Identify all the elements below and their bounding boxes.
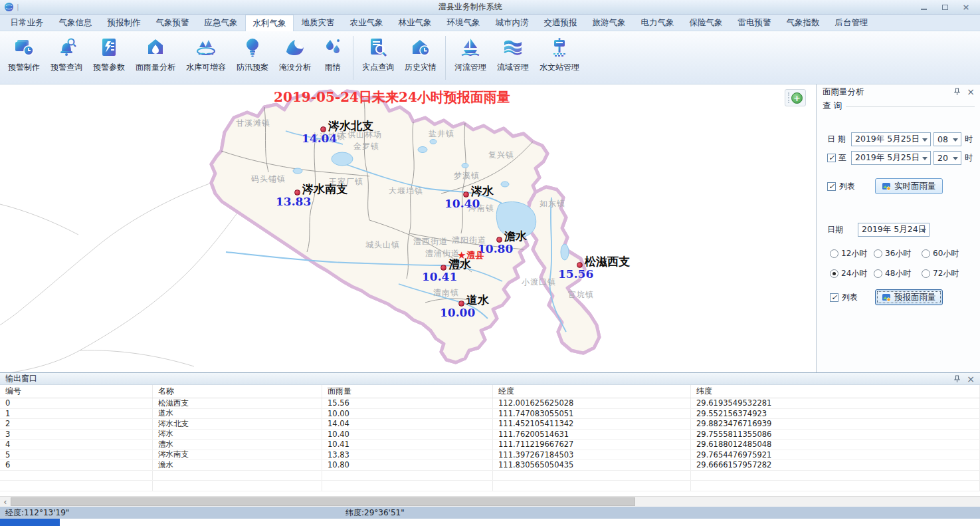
toolbar-button-label: 河流管理 [454, 62, 486, 73]
title-bar: | 澧县业务制作系统 × [0, 0, 980, 15]
table-cell: 澹水 [153, 460, 322, 470]
table-row[interactable]: 6澹水10.80111.83056505043529.6666157957282 [0, 460, 980, 471]
toolbar-button-水库可增容[interactable]: 水库可增容 [181, 35, 231, 73]
minimize-button[interactable] [919, 3, 928, 11]
table-row[interactable]: 3涔水10.40111.7620051463129.7555811355086 [0, 430, 980, 440]
add-overlay-button[interactable]: + [791, 92, 803, 104]
menu-tab-交通预报[interactable]: 交通预报 [536, 15, 585, 31]
county-map[interactable] [0, 84, 816, 372]
panel-close-icon[interactable]: × [967, 86, 975, 97]
output-table: 编号名称面雨量经度纬度0松滋西支15.56112.00162562502829.… [0, 385, 980, 496]
toolbar-button-防汛预案[interactable]: 防汛预案 [231, 35, 274, 73]
forecast-rain-button[interactable]: 预报面雨量 [875, 289, 943, 305]
toolbar-button-历史灾情[interactable]: 历史灾情 [399, 35, 442, 73]
menu-tab-气象信息[interactable]: 气象信息 [51, 15, 100, 31]
menu-tab-电力气象[interactable]: 电力气象 [633, 15, 682, 31]
menu-tab-水利气象[interactable]: 水利气象 [245, 15, 294, 31]
town-label-如东镇: 如东镇 [539, 198, 565, 209]
table-header-row: 编号名称面雨量经度纬度 [0, 385, 980, 398]
toolbar-button-label: 历史灾情 [405, 62, 437, 73]
toolbar-button-预警查询[interactable]: 预警查询 [45, 35, 88, 73]
table-cell [691, 471, 980, 481]
town-label-盐井镇: 盐井镇 [429, 128, 454, 140]
radio-36h[interactable]: 36小时 [874, 248, 922, 259]
map-report-icon [882, 182, 891, 191]
table-cell: 澧水 [153, 440, 322, 450]
toolbar-button-预警制作[interactable]: 预警制作 [3, 35, 45, 73]
reservoir-icon [195, 36, 217, 59]
table-row[interactable]: 4澧水10.41111.71121966762729.6188012485048 [0, 440, 980, 450]
menu-tab-应急气象[interactable]: 应急气象 [197, 15, 245, 31]
maximize-button[interactable] [940, 3, 949, 11]
town-label-金罗镇: 金罗镇 [353, 141, 379, 152]
forecast-date-select[interactable]: 2019年 5月24日 [858, 223, 930, 237]
to-label: 至 [838, 152, 846, 164]
realtime-list-checkbox[interactable]: ✓ [827, 182, 836, 191]
menu-tab-保险气象[interactable]: 保险气象 [682, 15, 730, 31]
table-cell: 29.6666157957282 [691, 460, 980, 470]
menu-tab-城市内涝[interactable]: 城市内涝 [488, 15, 536, 31]
map-report-icon [882, 293, 891, 302]
menu-tab-林业气象[interactable]: 林业气象 [391, 15, 439, 31]
radio-72h[interactable]: 72小时 [922, 268, 959, 279]
radio-12h[interactable]: 12小时 [830, 248, 874, 259]
table-cell [322, 471, 493, 481]
menu-tab-地质灾害[interactable]: 地质灾害 [294, 15, 342, 31]
pin-icon[interactable] [954, 88, 960, 96]
status-latitude: 纬度:29°36'51" [345, 507, 405, 519]
date-label: 日 期 [827, 134, 851, 145]
menu-tab-后台管理[interactable]: 后台管理 [827, 15, 876, 31]
toolbar-button-河流管理[interactable]: 河流管理 [449, 35, 492, 73]
menu-tab-环境气象[interactable]: 环境气象 [439, 15, 488, 31]
map-area[interactable]: 2019-05-24日未来24小时预报面雨量 甘溪滩镇火连坡镇天供山林场金罗镇盐… [0, 84, 816, 372]
close-button[interactable]: × [961, 3, 971, 11]
menu-tab-气象指数[interactable]: 气象指数 [779, 15, 827, 31]
output-title: 输出窗口 [5, 373, 947, 384]
table-cell: 10.40 [322, 430, 493, 440]
toolbar-button-雨情[interactable]: 雨情 [316, 35, 349, 73]
menu-tab-雷电预警[interactable]: 雷电预警 [730, 15, 779, 31]
table-row[interactable] [0, 481, 980, 491]
realtime-date-select[interactable]: 2019年 5月25日 [851, 132, 931, 146]
realtime-to-hour-select[interactable]: 20 [933, 151, 961, 165]
table-cell: 道水 [153, 409, 322, 419]
table-row[interactable]: 1道水10.00111.74708305505129.552156374923 [0, 409, 980, 420]
toolbar-button-预警参数[interactable]: 预警参数 [88, 35, 130, 73]
toolbar-button-label: 水文站管理 [539, 62, 579, 73]
toolbar-button-流域管理[interactable]: 流域管理 [492, 35, 534, 73]
table-cell: 29.7555811355086 [691, 430, 980, 440]
output-close-icon[interactable]: × [967, 374, 975, 384]
radio-48h[interactable]: 48小时 [874, 268, 922, 279]
toolbar-button-灾点查询[interactable]: 灾点查询 [357, 35, 399, 73]
table-cell [493, 471, 691, 481]
realtime-hour-select[interactable]: 08 [933, 132, 961, 146]
menu-tab-农业气象[interactable]: 农业气象 [342, 15, 391, 31]
menu-tab-旅游气象[interactable]: 旅游气象 [585, 15, 633, 31]
drag-handle-icon[interactable] [788, 92, 789, 103]
realtime-rain-button[interactable]: 实时面雨量 [875, 178, 943, 194]
toolbar-button-面雨量分析[interactable]: 面雨量分析 [130, 35, 181, 73]
toolbar-button-水文站管理[interactable]: 水文站管理 [534, 35, 585, 73]
to-checkbox[interactable]: ✓ [827, 154, 836, 162]
realtime-to-date-select[interactable]: 2019年 5月25日 [851, 151, 931, 165]
table-cell: 29.7654476975921 [691, 450, 980, 460]
table-cell: 松滋西支 [153, 398, 322, 408]
table-row[interactable]: 2涔水北支14.04111.45210541134229.88234767169… [0, 419, 980, 430]
scroll-left-arrow-icon[interactable]: ‹ [0, 497, 11, 507]
radio-24h[interactable]: 24小时 [830, 268, 874, 279]
toolbar-button-淹没分析[interactable]: 淹没分析 [274, 35, 316, 73]
column-header: 经度 [493, 385, 691, 398]
toolbar-button-label: 防汛预案 [237, 62, 268, 73]
scrollbar-thumb[interactable] [11, 497, 635, 506]
horizontal-scrollbar[interactable]: ‹ [0, 496, 980, 507]
menu-tab-日常业务[interactable]: 日常业务 [3, 15, 51, 31]
table-row[interactable]: 5涔水南支13.83111.39726718450329.76544769759… [0, 450, 980, 461]
table-row[interactable] [0, 471, 980, 481]
forecast-list-checkbox[interactable]: ✓ [830, 293, 838, 302]
list-label: 列表 [839, 181, 855, 192]
pin-icon[interactable] [954, 375, 960, 383]
radio-60h[interactable]: 60小时 [922, 248, 959, 259]
menu-tab-气象预警[interactable]: 气象预警 [148, 15, 197, 31]
table-row[interactable]: 0松滋西支15.56112.00162562502829.61935495322… [0, 398, 980, 409]
menu-tab-预报制作[interactable]: 预报制作 [100, 15, 148, 31]
